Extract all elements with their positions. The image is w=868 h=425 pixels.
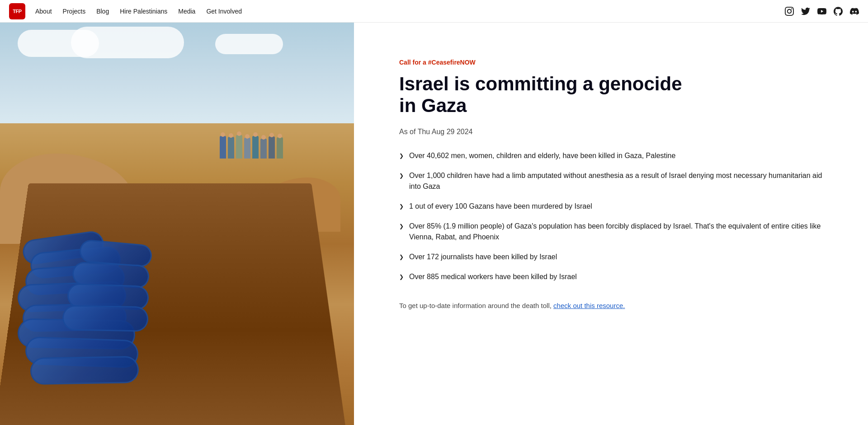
stat-amputated: ❯ Over 1,000 children have had a limb am… bbox=[399, 170, 823, 192]
nav-link-projects[interactable]: Projects bbox=[58, 5, 90, 18]
footer-resource-link[interactable]: check out this resource. bbox=[553, 302, 625, 309]
stat-journalists: ❯ Over 172 journalists have been killed … bbox=[399, 252, 823, 262]
nav-right bbox=[785, 7, 859, 16]
person-4 bbox=[244, 138, 250, 159]
cloud-2 bbox=[71, 27, 184, 58]
person-2 bbox=[228, 137, 234, 159]
bag-12 bbox=[62, 305, 148, 332]
headline-line2: in Gaza bbox=[399, 95, 467, 116]
chevron-icon-5: ❯ bbox=[399, 253, 404, 261]
stat-amputated-text: Over 1,000 children have had a limb ampu… bbox=[409, 170, 823, 192]
cloud-3 bbox=[215, 34, 283, 54]
date-value: Thu Aug 29 2024 bbox=[418, 128, 473, 135]
body-bags bbox=[18, 172, 265, 393]
stat-murdered-text: 1 out of every 100 Gazans have been murd… bbox=[409, 201, 592, 212]
chevron-icon-3: ❯ bbox=[399, 202, 404, 210]
main-container: Call for a #CeasefireNOW Israel is commi… bbox=[0, 23, 868, 425]
person-5 bbox=[252, 136, 259, 159]
stats-list: ❯ Over 40,602 men, women, children and e… bbox=[399, 150, 823, 282]
stat-killed: ❯ Over 40,602 men, women, children and e… bbox=[399, 150, 823, 161]
person-3 bbox=[236, 135, 242, 159]
discord-icon[interactable] bbox=[850, 7, 859, 16]
stat-displaced: ❯ Over 85% (1.9 million people) of Gaza'… bbox=[399, 221, 823, 243]
stat-journalists-text: Over 172 journalists have been killed by… bbox=[409, 252, 557, 262]
stat-medical: ❯ Over 885 medical workers have been kil… bbox=[399, 271, 823, 282]
person-6 bbox=[260, 139, 267, 159]
footer-text: To get up-to-date information around the… bbox=[399, 300, 823, 311]
main-headline: Israel is committing a genocide in Gaza bbox=[399, 73, 823, 117]
person-1 bbox=[220, 136, 226, 159]
nav-left: TFP About Projects Blog Hire Palestinian… bbox=[9, 3, 246, 19]
youtube-icon[interactable] bbox=[817, 7, 826, 16]
scene bbox=[0, 23, 354, 425]
headline-line1: Israel is committing a genocide bbox=[399, 73, 682, 94]
date-prefix: As of bbox=[399, 128, 415, 135]
chevron-icon-6: ❯ bbox=[399, 273, 404, 281]
hero-image bbox=[0, 23, 354, 425]
nav-link-media[interactable]: Media bbox=[174, 5, 200, 18]
person-7 bbox=[269, 136, 275, 159]
nav-link-about[interactable]: About bbox=[31, 5, 57, 18]
footer-text-before-link: To get up-to-date information around the… bbox=[399, 302, 553, 309]
twitter-icon[interactable] bbox=[801, 7, 810, 16]
logo[interactable]: TFP bbox=[9, 3, 25, 19]
navbar: TFP About Projects Blog Hire Palestinian… bbox=[0, 0, 868, 23]
stat-murdered: ❯ 1 out of every 100 Gazans have been mu… bbox=[399, 201, 823, 212]
logo-text: TFP bbox=[13, 9, 21, 14]
stat-displaced-text: Over 85% (1.9 million people) of Gaza's … bbox=[409, 221, 823, 243]
content-panel: Call for a #CeasefireNOW Israel is commi… bbox=[354, 23, 868, 425]
instagram-icon[interactable] bbox=[785, 7, 794, 16]
nav-link-hire[interactable]: Hire Palestinians bbox=[115, 5, 172, 18]
chevron-icon-2: ❯ bbox=[399, 172, 404, 180]
ceasefire-label: Call for a #CeasefireNOW bbox=[399, 59, 823, 66]
nav-link-blog[interactable]: Blog bbox=[92, 5, 113, 18]
date-line: As of Thu Aug 29 2024 bbox=[399, 128, 823, 136]
chevron-icon-1: ❯ bbox=[399, 152, 404, 160]
person-8 bbox=[277, 137, 283, 159]
bag-8 bbox=[30, 356, 139, 385]
github-icon[interactable] bbox=[834, 7, 843, 16]
stat-killed-text: Over 40,602 men, women, children and eld… bbox=[409, 150, 675, 161]
stat-medical-text: Over 885 medical workers have been kille… bbox=[409, 271, 577, 282]
nav-link-get-involved[interactable]: Get Involved bbox=[202, 5, 246, 18]
chevron-icon-4: ❯ bbox=[399, 222, 404, 230]
people-group bbox=[220, 135, 283, 159]
